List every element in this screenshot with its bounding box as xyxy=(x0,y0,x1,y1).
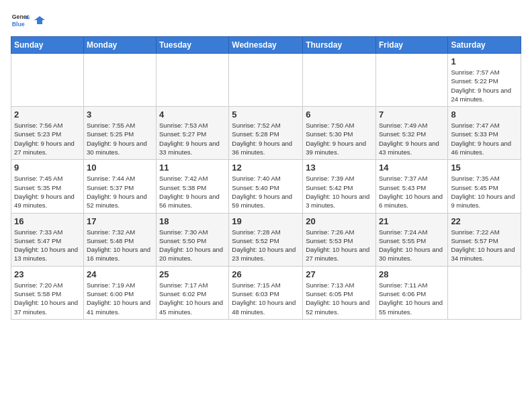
calendar-cell: 5Sunrise: 7:52 AM Sunset: 5:28 PM Daylig… xyxy=(229,107,303,160)
day-info: Sunrise: 7:50 AM Sunset: 5:30 PM Dayligh… xyxy=(306,121,373,156)
day-info: Sunrise: 7:37 AM Sunset: 5:43 PM Dayligh… xyxy=(379,174,445,210)
calendar-cell: 9Sunrise: 7:45 AM Sunset: 5:35 PM Daylig… xyxy=(11,160,84,213)
calendar-cell: 7Sunrise: 7:49 AM Sunset: 5:32 PM Daylig… xyxy=(375,107,447,160)
calendar-table: SundayMondayTuesdayWednesdayThursdayFrid… xyxy=(11,36,521,320)
calendar-cell: 14Sunrise: 7:37 AM Sunset: 5:43 PM Dayli… xyxy=(375,160,447,213)
calendar-cell xyxy=(303,54,376,107)
weekday-header-saturday: Saturday xyxy=(448,37,521,54)
page-container: General Blue Su xyxy=(0,0,532,326)
day-number: 18 xyxy=(159,216,226,226)
day-number: 22 xyxy=(451,216,518,226)
day-info: Sunrise: 7:15 AM Sunset: 6:03 PM Dayligh… xyxy=(232,281,300,316)
day-number: 12 xyxy=(232,163,300,173)
calendar-week-row: 1Sunrise: 7:57 AM Sunset: 5:22 PM Daylig… xyxy=(11,54,521,107)
calendar-week-row: 2Sunrise: 7:56 AM Sunset: 5:23 PM Daylig… xyxy=(11,107,521,160)
day-number: 28 xyxy=(379,269,445,279)
day-number: 14 xyxy=(379,163,445,173)
calendar-cell xyxy=(157,54,229,107)
day-number: 2 xyxy=(14,109,81,120)
day-info: Sunrise: 7:26 AM Sunset: 5:53 PM Dayligh… xyxy=(306,228,373,263)
day-number: 21 xyxy=(379,216,445,226)
day-number: 3 xyxy=(87,109,153,120)
logo-icon: General Blue xyxy=(11,11,30,30)
calendar-cell xyxy=(375,54,447,107)
calendar-week-row: 9Sunrise: 7:45 AM Sunset: 5:35 PM Daylig… xyxy=(11,160,521,213)
day-info: Sunrise: 7:53 AM Sunset: 5:27 PM Dayligh… xyxy=(159,121,226,156)
day-number: 1 xyxy=(451,56,518,66)
weekday-header-wednesday: Wednesday xyxy=(229,37,303,54)
calendar-cell: 8Sunrise: 7:47 AM Sunset: 5:33 PM Daylig… xyxy=(448,107,521,160)
day-info: Sunrise: 7:17 AM Sunset: 6:02 PM Dayligh… xyxy=(159,281,226,316)
day-number: 27 xyxy=(306,269,373,279)
calendar-cell: 17Sunrise: 7:32 AM Sunset: 5:48 PM Dayli… xyxy=(83,213,156,266)
day-number: 20 xyxy=(306,216,373,226)
day-info: Sunrise: 7:44 AM Sunset: 5:37 PM Dayligh… xyxy=(87,174,153,210)
day-info: Sunrise: 7:32 AM Sunset: 5:48 PM Dayligh… xyxy=(87,228,153,263)
svg-text:Blue: Blue xyxy=(12,21,25,28)
day-info: Sunrise: 7:28 AM Sunset: 5:52 PM Dayligh… xyxy=(232,228,300,263)
day-number: 15 xyxy=(451,163,518,173)
day-info: Sunrise: 7:33 AM Sunset: 5:47 PM Dayligh… xyxy=(14,228,81,263)
weekday-header-thursday: Thursday xyxy=(303,37,376,54)
day-info: Sunrise: 7:49 AM Sunset: 5:32 PM Dayligh… xyxy=(379,121,445,156)
weekday-header-monday: Monday xyxy=(83,37,156,54)
calendar-cell: 3Sunrise: 7:55 AM Sunset: 5:25 PM Daylig… xyxy=(83,107,156,160)
calendar-cell xyxy=(11,54,84,107)
day-info: Sunrise: 7:39 AM Sunset: 5:42 PM Dayligh… xyxy=(306,174,373,210)
day-info: Sunrise: 7:13 AM Sunset: 6:05 PM Dayligh… xyxy=(306,281,373,316)
calendar-cell: 10Sunrise: 7:44 AM Sunset: 5:37 PM Dayli… xyxy=(83,160,156,213)
calendar-cell: 28Sunrise: 7:11 AM Sunset: 6:06 PM Dayli… xyxy=(375,266,447,319)
day-info: Sunrise: 7:22 AM Sunset: 5:57 PM Dayligh… xyxy=(451,228,518,263)
day-info: Sunrise: 7:42 AM Sunset: 5:38 PM Dayligh… xyxy=(159,174,226,210)
day-info: Sunrise: 7:40 AM Sunset: 5:40 PM Dayligh… xyxy=(232,174,300,210)
weekday-header-tuesday: Tuesday xyxy=(157,37,229,54)
day-info: Sunrise: 7:57 AM Sunset: 5:22 PM Dayligh… xyxy=(451,68,518,103)
day-number: 7 xyxy=(379,109,445,120)
weekday-header-friday: Friday xyxy=(375,37,447,54)
calendar-cell xyxy=(448,266,521,319)
day-number: 6 xyxy=(306,109,373,120)
day-info: Sunrise: 7:20 AM Sunset: 5:58 PM Dayligh… xyxy=(14,281,81,316)
day-number: 19 xyxy=(232,216,300,226)
day-number: 11 xyxy=(159,163,226,173)
calendar-cell: 26Sunrise: 7:15 AM Sunset: 6:03 PM Dayli… xyxy=(229,266,303,319)
calendar-cell: 11Sunrise: 7:42 AM Sunset: 5:38 PM Dayli… xyxy=(157,160,229,213)
calendar-cell: 18Sunrise: 7:30 AM Sunset: 5:50 PM Dayli… xyxy=(157,213,229,266)
calendar-week-row: 23Sunrise: 7:20 AM Sunset: 5:58 PM Dayli… xyxy=(11,266,521,319)
day-number: 26 xyxy=(232,269,300,279)
calendar-cell: 2Sunrise: 7:56 AM Sunset: 5:23 PM Daylig… xyxy=(11,107,84,160)
calendar-cell: 23Sunrise: 7:20 AM Sunset: 5:58 PM Dayli… xyxy=(11,266,84,319)
calendar-cell: 1Sunrise: 7:57 AM Sunset: 5:22 PM Daylig… xyxy=(448,54,521,107)
day-number: 13 xyxy=(306,163,373,173)
weekday-header-sunday: Sunday xyxy=(11,37,84,54)
day-number: 24 xyxy=(87,269,153,279)
calendar-cell: 16Sunrise: 7:33 AM Sunset: 5:47 PM Dayli… xyxy=(11,213,84,266)
day-number: 17 xyxy=(87,216,153,226)
day-info: Sunrise: 7:55 AM Sunset: 5:25 PM Dayligh… xyxy=(87,121,153,156)
day-number: 5 xyxy=(232,109,300,120)
day-info: Sunrise: 7:30 AM Sunset: 5:50 PM Dayligh… xyxy=(159,228,226,263)
day-number: 8 xyxy=(451,109,518,120)
calendar-week-row: 16Sunrise: 7:33 AM Sunset: 5:47 PM Dayli… xyxy=(11,213,521,266)
calendar-cell: 24Sunrise: 7:19 AM Sunset: 6:00 PM Dayli… xyxy=(83,266,156,319)
calendar-cell: 20Sunrise: 7:26 AM Sunset: 5:53 PM Dayli… xyxy=(303,213,376,266)
calendar-cell: 22Sunrise: 7:22 AM Sunset: 5:57 PM Dayli… xyxy=(448,213,521,266)
day-number: 10 xyxy=(87,163,153,173)
day-info: Sunrise: 7:56 AM Sunset: 5:23 PM Dayligh… xyxy=(14,121,81,156)
day-info: Sunrise: 7:35 AM Sunset: 5:45 PM Dayligh… xyxy=(451,174,518,210)
calendar-cell: 21Sunrise: 7:24 AM Sunset: 5:55 PM Dayli… xyxy=(375,213,447,266)
weekday-header-row: SundayMondayTuesdayWednesdayThursdayFrid… xyxy=(11,37,521,54)
calendar-cell: 6Sunrise: 7:50 AM Sunset: 5:30 PM Daylig… xyxy=(303,107,376,160)
day-info: Sunrise: 7:11 AM Sunset: 6:06 PM Dayligh… xyxy=(379,281,445,316)
day-number: 9 xyxy=(14,163,81,173)
calendar-cell xyxy=(83,54,156,107)
day-number: 23 xyxy=(14,269,81,279)
day-number: 25 xyxy=(159,269,226,279)
header: General Blue xyxy=(11,11,521,30)
calendar-cell: 13Sunrise: 7:39 AM Sunset: 5:42 PM Dayli… xyxy=(303,160,376,213)
day-info: Sunrise: 7:19 AM Sunset: 6:00 PM Dayligh… xyxy=(87,281,153,316)
day-info: Sunrise: 7:52 AM Sunset: 5:28 PM Dayligh… xyxy=(232,121,300,156)
logo: General Blue xyxy=(11,11,46,30)
day-number: 16 xyxy=(14,216,81,226)
calendar-cell: 15Sunrise: 7:35 AM Sunset: 5:45 PM Dayli… xyxy=(448,160,521,213)
